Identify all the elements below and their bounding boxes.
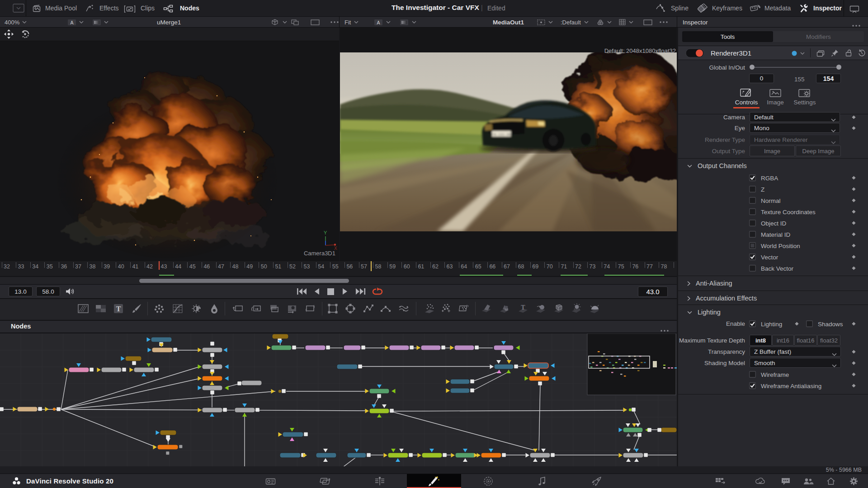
svg-text:Y: Y — [324, 230, 327, 235]
svg-text:T: T — [521, 304, 525, 311]
svg-text:A: A — [70, 19, 73, 25]
svg-text:A: A — [377, 19, 380, 25]
svg-text:X: X — [334, 246, 337, 250]
svg-text:FN-131-DK: FN-131-DK — [491, 132, 511, 136]
svg-text:T: T — [116, 305, 121, 313]
